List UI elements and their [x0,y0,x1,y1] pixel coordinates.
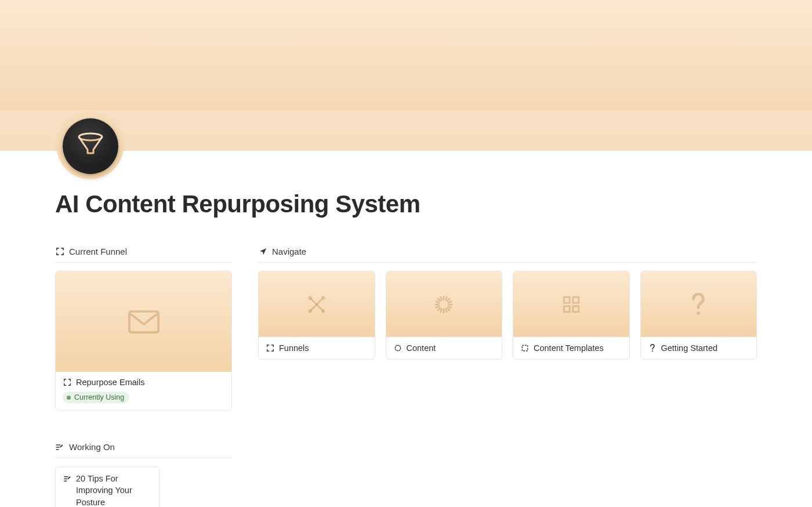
svg-rect-30 [573,306,579,312]
square-icon [520,343,530,353]
svg-line-18 [436,301,439,302]
svg-rect-31 [522,345,527,350]
question-icon [648,343,657,353]
svg-line-21 [446,309,447,312]
envelope-icon [128,310,160,334]
svg-point-26 [395,345,400,350]
navigate-arrow-icon [258,247,267,256]
list-pen-icon [55,443,64,452]
svg-line-15 [447,307,449,310]
status-dot-icon [67,396,71,400]
svg-line-17 [447,299,449,301]
section-header-current-funnel: Current Funnel [55,247,232,263]
page-title: AI Content Repurposing System [55,190,420,218]
card-thumbnail [259,271,375,337]
card-body: Repurpose Emails Currently Using [56,372,231,410]
status-badge: Currently Using [63,392,129,403]
section-header-working-on: Working On [55,442,232,458]
card-title: Content [407,343,436,353]
svg-line-23 [448,301,451,302]
card-thumbnail [513,271,629,337]
card-thumbnail [641,271,757,337]
loading-circle-icon [393,343,403,353]
expand-corners-icon [266,343,275,353]
svg-rect-29 [564,306,570,312]
funnel-icon [74,130,107,162]
svg-line-22 [436,306,439,307]
svg-line-24 [441,309,442,312]
section-header-label: Working On [69,442,115,452]
svg-line-20 [441,296,442,299]
card-title: Funnels [279,343,309,353]
page-icon[interactable] [57,113,124,179]
expand-corners-icon [55,247,64,256]
svg-rect-28 [573,297,579,303]
card-thumbnail [386,271,502,337]
svg-point-33 [651,350,652,352]
svg-rect-27 [564,297,570,303]
svg-line-14 [438,299,440,301]
card-body: Funnels [259,337,375,359]
expand-corners-icon [63,378,72,387]
card-title: 20 Tips For Improving Your Posture [76,473,152,507]
card-title: Getting Started [661,343,718,353]
navigate-card-content-templates[interactable]: Content Templates [513,271,630,360]
grid-icon [561,295,581,314]
svg-rect-3 [129,312,158,332]
current-funnel-card[interactable]: Repurpose Emails Currently Using [55,271,232,411]
navigate-card-content[interactable]: Content [386,271,503,360]
section-header-label: Navigate [272,247,306,256]
cover-banner [0,0,812,151]
svg-point-32 [697,312,700,314]
cross-arrows-icon [307,295,327,314]
status-badge-label: Currently Using [74,393,124,401]
sunburst-icon [434,295,454,314]
navigate-card-funnels[interactable]: Funnels [258,271,375,360]
list-pen-icon [63,474,72,483]
card-body: Content Templates [513,337,629,359]
question-icon [690,293,706,316]
page-icon-inner [63,118,118,174]
svg-line-25 [446,296,447,299]
section-header-label: Current Funnel [69,247,127,256]
card-body: Getting Started [641,337,757,359]
svg-line-16 [438,307,440,310]
svg-point-0 [79,133,102,140]
card-title: Content Templates [534,343,604,353]
card-body: Content [386,337,502,359]
section-header-navigate: Navigate [258,247,757,263]
card-thumbnail [56,271,231,372]
navigate-card-getting-started[interactable]: Getting Started [640,271,757,360]
svg-line-19 [448,306,451,307]
working-on-card[interactable]: 20 Tips For Improving Your Posture [55,466,160,507]
card-title: Repurpose Emails [76,378,144,387]
